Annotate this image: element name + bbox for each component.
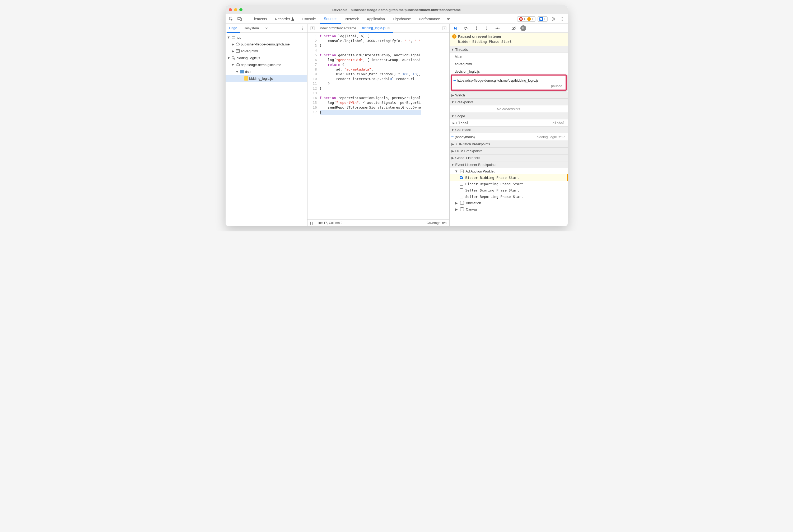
- step-over-icon[interactable]: [462, 24, 470, 32]
- tree-adtag[interactable]: ▶ ad-tag.html: [226, 48, 307, 54]
- event-cat-checkbox[interactable]: [460, 201, 464, 205]
- errors-badge[interactable]: ✕ 1 ! 1: [517, 16, 535, 22]
- event-cat-animation-label: Animation: [466, 201, 481, 205]
- threads-header[interactable]: ▼Threads: [450, 46, 568, 53]
- tree-top[interactable]: ▼ top: [226, 34, 307, 41]
- event-bp-checkbox[interactable]: [460, 195, 463, 198]
- deactivate-breakpoints-icon[interactable]: [510, 24, 518, 32]
- callstack-header[interactable]: ▼Call Stack: [450, 126, 568, 133]
- tree-domain-2[interactable]: ▼ dsp-fledge-demo.glitch.me: [226, 61, 307, 68]
- issues-count: 1: [544, 17, 546, 21]
- no-breakpoints-text: No breakpoints: [450, 106, 568, 113]
- errors-count: 1: [524, 17, 525, 21]
- watch-label: Watch: [455, 93, 465, 97]
- step-out-icon[interactable]: [483, 24, 491, 32]
- traffic-lights: [229, 8, 243, 11]
- navigator-kebab-icon[interactable]: [298, 24, 306, 32]
- svg-point-17: [232, 57, 233, 58]
- editor-statusbar: { } Line 17, Column 2 Coverage: n/a: [307, 219, 449, 226]
- event-bp-checkbox[interactable]: [460, 188, 463, 192]
- tree-domain-2-label: dsp-fledge-demo.glitch.me: [241, 63, 281, 67]
- tree-folder-dsp[interactable]: ▼ dsp: [226, 68, 307, 75]
- scope-header[interactable]: ▼Scope: [450, 113, 568, 119]
- close-tab-icon[interactable]: ✕: [387, 26, 390, 30]
- svg-rect-14: [236, 50, 239, 53]
- navtab-filesystem[interactable]: Filesystem: [240, 24, 262, 33]
- svg-point-27: [486, 29, 487, 30]
- inspect-icon[interactable]: [227, 15, 235, 23]
- navtab-page[interactable]: Page: [227, 24, 240, 33]
- thread-item[interactable]: decision_logic.js: [450, 68, 568, 75]
- svg-rect-20: [310, 27, 314, 30]
- scope-global-row[interactable]: ▶ Global global: [450, 119, 568, 126]
- more-tabs-icon[interactable]: [444, 15, 452, 23]
- editor-tab-index[interactable]: index.html?fencedframe: [317, 24, 359, 33]
- zoom-icon[interactable]: [239, 8, 243, 11]
- tab-network[interactable]: Network: [342, 14, 362, 24]
- thread-state: paused: [453, 84, 564, 88]
- format-icon[interactable]: { }: [310, 219, 313, 226]
- prev-tab-icon[interactable]: [308, 24, 317, 32]
- issues-badge[interactable]: 1: [537, 16, 548, 22]
- tab-console[interactable]: Console: [299, 14, 319, 24]
- settings-icon[interactable]: [550, 15, 558, 23]
- next-tab-icon[interactable]: [440, 24, 448, 32]
- tab-elements[interactable]: Elements: [248, 14, 271, 24]
- global-listeners-header[interactable]: ▶Global Listeners: [450, 154, 568, 161]
- event-bp-seller-reporting[interactable]: Seller Reporting Phase Start: [450, 193, 568, 200]
- svg-point-6: [562, 17, 562, 18]
- event-bp-checkbox[interactable]: [460, 176, 463, 179]
- xhr-label: XHR/fetch Breakpoints: [455, 142, 490, 146]
- thread-current[interactable]: https://dsp-fledge-demo.glitch.me/dsp/bi…: [453, 77, 564, 84]
- event-listener-bp-header[interactable]: ▼Event Listener Breakpoints: [450, 161, 568, 168]
- tree-file-bidding[interactable]: bidding_logic.js: [226, 75, 307, 82]
- tree-domain-1-label: publisher-fledge-demo.glitch.me: [241, 42, 290, 46]
- event-cat-checkbox[interactable]: [460, 207, 464, 211]
- tab-sources[interactable]: Sources: [320, 14, 341, 24]
- callstack-frame[interactable]: (anonymous) bidding_logic.js:17: [450, 133, 568, 140]
- resume-icon[interactable]: [451, 24, 459, 32]
- debugger-toolbar: [450, 24, 568, 33]
- step-icon[interactable]: [493, 24, 502, 32]
- pause-exceptions-icon[interactable]: [521, 25, 526, 31]
- breakpoints-header[interactable]: ▼Breakpoints: [450, 98, 568, 106]
- tree-domain-1[interactable]: ▶ publisher-fledge-demo.glitch.me: [226, 41, 307, 48]
- tab-performance[interactable]: Performance: [415, 14, 444, 24]
- gears-icon: [231, 56, 235, 60]
- tab-application[interactable]: Application: [363, 14, 389, 24]
- global-listeners-label: Global Listeners: [455, 156, 480, 160]
- event-cat-animation[interactable]: ▶ Animation: [450, 200, 568, 206]
- event-bp-bidder-reporting[interactable]: Bidder Reporting Phase Start: [450, 181, 568, 187]
- thread-item[interactable]: Main: [450, 53, 568, 60]
- window-title: DevTools - publisher-fledge-demo.glitch.…: [226, 8, 568, 12]
- close-icon[interactable]: [229, 8, 232, 11]
- minimize-icon[interactable]: [234, 8, 237, 11]
- svg-point-9: [302, 26, 302, 27]
- step-into-icon[interactable]: [472, 24, 480, 32]
- tab-recorder[interactable]: Recorder: [271, 14, 298, 24]
- event-bp-label: Seller Reporting Phase Start: [466, 195, 523, 198]
- event-cat-adauction[interactable]: ▼ − Ad Auction Worklet: [450, 168, 568, 174]
- event-bp-bidder-bidding[interactable]: Bidder Bidding Phase Start: [450, 174, 568, 181]
- code-editor[interactable]: 1234567891011121314151617 function log(l…: [307, 33, 449, 219]
- tab-lighthouse[interactable]: Lighthouse: [389, 14, 415, 24]
- event-bp-checkbox[interactable]: [460, 182, 463, 186]
- dom-header[interactable]: ▶DOM Breakpoints: [450, 147, 568, 154]
- thread-item[interactable]: ad-tag.html: [450, 60, 568, 68]
- tab-recorder-label: Recorder: [275, 17, 290, 21]
- event-cat-canvas[interactable]: ▶ Canvas: [450, 206, 568, 212]
- navtab-more-icon[interactable]: [263, 24, 270, 32]
- kebab-menu-icon[interactable]: [558, 15, 566, 23]
- xhr-header[interactable]: ▶XHR/fetch Breakpoints: [450, 140, 568, 147]
- watch-header[interactable]: ▶Watch: [450, 92, 568, 98]
- info-icon: i: [452, 34, 456, 39]
- editor-tab-bidding[interactable]: bidding_logic.js ✕: [359, 24, 393, 33]
- event-bp-seller-scoring[interactable]: Seller Scoring Phase Start: [450, 187, 568, 193]
- svg-rect-32: [524, 27, 524, 29]
- tree-worklet[interactable]: ▼ bidding_logic.js: [226, 54, 307, 61]
- event-cat-adauction-label: Ad Auction Worklet: [466, 169, 495, 173]
- warning-icon: !: [527, 17, 531, 21]
- device-toggle-icon[interactable]: [235, 15, 244, 23]
- dom-label: DOM Breakpoints: [455, 149, 483, 153]
- thread-url: https://dsp-fledge-demo.glitch.me/dsp/bi…: [457, 78, 539, 82]
